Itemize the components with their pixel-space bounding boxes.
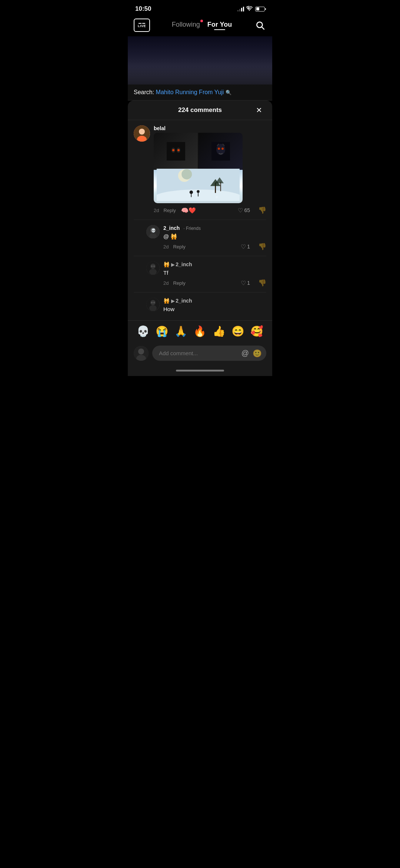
avatar [134, 125, 150, 142]
search-icon [255, 20, 265, 30]
svg-point-23 [197, 190, 199, 193]
signal-icon [237, 6, 244, 11]
comment-likes: ♡ 1 [241, 243, 250, 250]
comment-item: belal [128, 120, 272, 220]
home-indicator [128, 367, 272, 376]
svg-point-13 [218, 148, 220, 150]
search-query-text: Mahito Running From Yuji [156, 89, 224, 95]
avatar [146, 298, 160, 311]
video-overlay [128, 66, 272, 85]
image-cell-2 [199, 133, 243, 170]
reply-arrow: ▶ [171, 298, 176, 304]
live-label: LIVE [138, 24, 146, 28]
emoji-cry[interactable]: 😭 [156, 325, 169, 337]
like-count: 65 [244, 207, 250, 213]
search-query-bar[interactable]: Search: Mahito Running From Yuji 🔍 [128, 85, 272, 100]
emoji-bar: 💀 😭 🙏 🔥 👍 😄 🥰 [128, 320, 272, 342]
svg-point-37 [149, 305, 157, 311]
dislike-icon[interactable]: 👎 [258, 279, 266, 287]
status-bar: 10:50 [128, 0, 272, 16]
comment-actions: 2d Reply 🧠❤️ ♡ 65 👎 [154, 206, 266, 214]
heart-icon[interactable]: ♡ [238, 207, 243, 214]
comment-item: 💀 2_inch · Friends @ 🙀 2d Reply ♡ 1 [128, 220, 272, 256]
svg-text:💀: 💀 [151, 228, 156, 233]
nav-tabs: Following For You [172, 21, 232, 30]
status-icons [237, 6, 265, 12]
reaction-emoji: 🧠❤️ [181, 207, 196, 214]
like-count: 1 [247, 280, 250, 286]
like-count: 1 [247, 244, 250, 250]
comment-actions: 2d Reply ♡ 1 👎 [163, 242, 266, 251]
svg-point-21 [190, 191, 193, 194]
video-area[interactable] [128, 36, 272, 85]
image-bottom: @ [154, 170, 243, 203]
image-cell-1 [154, 133, 198, 170]
svg-point-39 [153, 302, 155, 303]
svg-point-3 [139, 129, 145, 135]
comment-text: Tf [163, 269, 266, 277]
emoji-skull[interactable]: 💀 [137, 325, 150, 337]
svg-text:@: @ [216, 196, 218, 198]
reply-arrow: ▶ [171, 262, 176, 267]
search-button[interactable] [254, 19, 266, 32]
top-navigation: LIVE Following For You [128, 16, 272, 36]
close-comments-button[interactable]: ✕ [253, 104, 265, 116]
comment-username: 🙀 ▶ 2_inch [163, 261, 266, 267]
live-tv-button[interactable]: LIVE [134, 19, 150, 32]
comment-item: 🙀 ▶ 2_inch Tf 2d Reply ♡ 1 👎 [128, 256, 272, 292]
emoji-thumbsup[interactable]: 👍 [213, 325, 226, 337]
svg-point-38 [151, 302, 153, 303]
svg-point-41 [138, 349, 144, 354]
comment-body: belal [154, 125, 266, 214]
tab-following[interactable]: Following [172, 21, 200, 30]
comment-image: @ [154, 133, 243, 203]
svg-point-33 [151, 265, 153, 267]
following-notification-dot [200, 20, 203, 22]
comment-actions: 2d Reply ♡ 1 👎 [163, 279, 266, 287]
comment-likes: ♡ 65 [238, 207, 250, 214]
comment-body: 🙀 ▶ 2_inch How [163, 298, 266, 315]
add-comment-bar: @ 🙂 [128, 342, 272, 367]
heart-icon[interactable]: ♡ [241, 280, 246, 287]
comment-body: 🙀 ▶ 2_inch Tf 2d Reply ♡ 1 👎 [163, 261, 266, 287]
comment-username: 2_inch · Friends [163, 225, 266, 231]
comment-likes: ♡ 1 [241, 280, 250, 287]
svg-point-17 [181, 169, 192, 179]
reply-button[interactable]: Reply [163, 208, 176, 213]
comment-time: 2d [154, 208, 159, 213]
comment-username: belal [154, 125, 266, 131]
svg-rect-5 [167, 142, 185, 161]
svg-point-14 [221, 148, 224, 150]
comment-text: @ 🙀 [163, 232, 266, 240]
at-mention-icon[interactable]: @ [241, 349, 249, 357]
comment-item: 🙀 ▶ 2_inch How [128, 293, 272, 320]
wifi-icon [246, 6, 253, 12]
battery-icon [255, 7, 265, 11]
comment-badge: · Friends [183, 226, 201, 231]
input-action-icons: @ 🙂 [241, 349, 262, 358]
emoji-pray[interactable]: 🙏 [174, 325, 187, 337]
commenter-avatar [134, 346, 149, 361]
dislike-icon[interactable]: 👎 [258, 242, 266, 251]
reply-mention: 2_inch [176, 261, 192, 267]
comments-section: 224 comments ✕ belal [128, 100, 272, 320]
tab-for-you[interactable]: For You [207, 21, 232, 30]
comment-time: 2d [163, 280, 169, 286]
reply-button[interactable]: Reply [173, 280, 185, 286]
emoji-fire[interactable]: 🔥 [193, 325, 206, 337]
avatar: 💀 [146, 225, 160, 238]
status-time: 10:50 [135, 5, 151, 13]
svg-point-9 [172, 149, 174, 151]
reply-button[interactable]: Reply [173, 244, 185, 250]
svg-point-32 [149, 269, 157, 275]
reply-mention: 2_inch [176, 298, 192, 304]
emoji-grin[interactable]: 😄 [231, 325, 244, 337]
search-query-icon: 🔍 [226, 90, 231, 95]
dislike-icon[interactable]: 👎 [258, 206, 266, 214]
comment-username: 🙀 ▶ 2_inch [163, 298, 266, 304]
emoji-picker-icon[interactable]: 🙂 [253, 349, 262, 358]
comments-header: 224 comments ✕ [128, 100, 272, 120]
svg-line-1 [262, 27, 264, 29]
emoji-hearts[interactable]: 🥰 [250, 325, 263, 337]
heart-icon[interactable]: ♡ [241, 243, 246, 250]
